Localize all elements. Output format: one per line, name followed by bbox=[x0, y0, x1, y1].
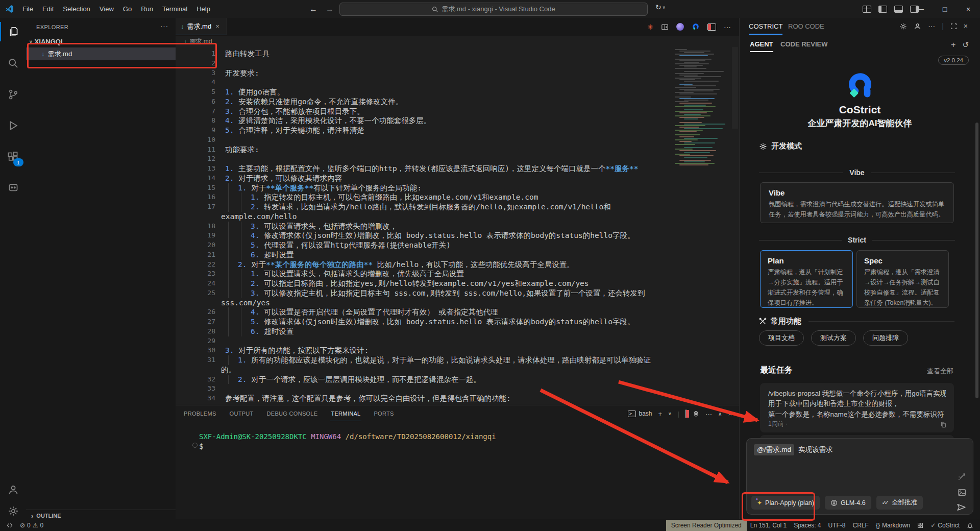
new-terminal-icon[interactable]: + bbox=[658, 410, 663, 418]
split-editor-icon[interactable] bbox=[707, 23, 716, 31]
minimap-bar bbox=[684, 152, 710, 153]
view-all-link[interactable]: 查看全部 bbox=[927, 367, 953, 376]
enhance-prompt-icon[interactable] bbox=[958, 472, 966, 481]
panel-expand-icon[interactable] bbox=[950, 23, 957, 30]
menu-run[interactable]: Run bbox=[136, 4, 158, 14]
panel-tab-problems[interactable]: PROBLEMS bbox=[183, 406, 217, 421]
menu-help[interactable]: Help bbox=[192, 4, 215, 14]
toggle-panel-icon[interactable] bbox=[894, 6, 903, 13]
plan-body: 严肃编程，遵从「计划制定→分步实施」流程。适用于渐进式开发和任务管理，确保项目有… bbox=[768, 268, 845, 308]
line-content: 6. 超时设置 bbox=[251, 250, 739, 260]
terminal-panel: PROBLEMSOUTPUTDEBUG CONSOLETERMINALPORTS… bbox=[176, 405, 739, 519]
line-content: 4. 修改请求体(仅json时生效)增删改，比如 body.status.hel… bbox=[251, 231, 739, 240]
breadcrumb[interactable]: ↓ 需求.md bbox=[176, 36, 739, 47]
extension-status-icon[interactable] bbox=[914, 519, 927, 531]
costrict-status[interactable]: ✓ CoStrict bbox=[927, 519, 963, 531]
terminal-dropdown-icon[interactable]: ∨ bbox=[668, 411, 672, 416]
minimize-button[interactable]: ─ bbox=[910, 0, 933, 18]
code-editor[interactable]: 1路由转发工具23开发要求:451. 使用go语言。62. 安装依赖只准使用go… bbox=[176, 47, 739, 405]
problems-status[interactable]: ⊘0 ⚠0 bbox=[16, 519, 47, 531]
markdown-file-icon: ↓ bbox=[181, 22, 184, 30]
panel-tab-ports[interactable]: PORTS bbox=[373, 406, 395, 421]
forward-icon[interactable]: → bbox=[326, 5, 334, 14]
subtab-code-review[interactable]: CODE REVIEW bbox=[780, 40, 827, 48]
model-button[interactable]: GLM-4.6 bbox=[825, 496, 871, 510]
pill-1[interactable]: 测试方案 bbox=[811, 330, 856, 346]
copy-icon[interactable] bbox=[940, 421, 947, 428]
markdown-preview-icon[interactable] bbox=[661, 23, 669, 31]
menu-go[interactable]: Go bbox=[118, 4, 136, 14]
panel-tab-terminal[interactable]: TERMINAL bbox=[330, 406, 361, 421]
editor-scrollbar[interactable] bbox=[732, 47, 738, 129]
menu-selection[interactable]: Selection bbox=[58, 4, 94, 14]
panel-settings-icon[interactable] bbox=[899, 22, 907, 30]
close-panel-icon[interactable]: × bbox=[728, 410, 732, 418]
source-control-icon[interactable] bbox=[0, 84, 26, 105]
menu-edit[interactable]: Edit bbox=[38, 4, 58, 14]
plan-card[interactable]: Plan 严肃编程，遵从「计划制定→分步实施」流程。适用于渐进式开发和任务管理，… bbox=[760, 250, 853, 308]
panel-account-icon[interactable] bbox=[914, 22, 921, 30]
tab-roo-code[interactable]: ROO CODE bbox=[788, 22, 824, 30]
customize-layout-icon[interactable] bbox=[863, 6, 871, 13]
terminal-content[interactable]: SXF-Admin@SK-20250928DKTC MINGW64 /d/sof… bbox=[199, 432, 496, 451]
image-icon[interactable] bbox=[958, 488, 966, 497]
maximize-button[interactable]: □ bbox=[933, 0, 957, 18]
menu-view[interactable]: View bbox=[95, 4, 118, 14]
menu-terminal[interactable]: Terminal bbox=[158, 4, 192, 14]
panel-tab-output[interactable]: OUTPUT bbox=[229, 406, 255, 421]
tab-requirements-md[interactable]: ↓ 需求.md × bbox=[176, 18, 227, 35]
command-center-search[interactable]: 需求.md - xiangqi - Visual Studio Code bbox=[339, 3, 648, 16]
history-icon[interactable]: ↺ bbox=[962, 40, 969, 50]
panel-tab-debug-console[interactable]: DEBUG CONSOLE bbox=[266, 406, 319, 421]
pill-0[interactable]: 项目文档 bbox=[759, 330, 804, 346]
menu-file[interactable]: File bbox=[18, 4, 38, 14]
minimap-bar bbox=[679, 164, 708, 165]
encoding-status[interactable]: UTF-8 bbox=[825, 519, 849, 531]
notifications-bell-icon[interactable] bbox=[963, 519, 977, 531]
split-terminal-icon[interactable] bbox=[685, 410, 687, 418]
kill-terminal-icon[interactable] bbox=[693, 410, 699, 417]
close-window-button[interactable]: × bbox=[957, 0, 980, 18]
cursor-position-status[interactable]: Ln 151, Col 1 bbox=[747, 519, 790, 531]
back-icon[interactable]: ← bbox=[309, 5, 317, 14]
panel-more-icon[interactable]: ··· bbox=[928, 22, 935, 30]
search-icon[interactable] bbox=[0, 53, 26, 74]
sync-icon[interactable]: ↻∨ bbox=[655, 3, 666, 11]
eol-status[interactable]: CRLF bbox=[849, 519, 872, 531]
new-task-icon[interactable]: + bbox=[951, 40, 955, 50]
costrict-extension-icon[interactable] bbox=[692, 23, 700, 31]
language-status[interactable]: {} Markdown bbox=[872, 519, 914, 531]
panel-scrollbar[interactable] bbox=[975, 123, 978, 398]
remote-indicator[interactable] bbox=[3, 519, 16, 531]
minimap[interactable] bbox=[673, 49, 731, 223]
account-icon[interactable] bbox=[0, 479, 26, 500]
line-content: 的。 bbox=[221, 365, 739, 375]
spec-card[interactable]: Spec 严肃编程，遵从「需求澄清→设计→任务拆解→测试自校验自修复」流程。适配… bbox=[856, 250, 949, 308]
minimap-bar bbox=[675, 134, 700, 135]
screen-reader-status[interactable]: Screen Reader Optimized bbox=[666, 520, 747, 531]
subtab-agent[interactable]: AGENT bbox=[750, 40, 773, 52]
run-debug-icon[interactable] bbox=[0, 115, 26, 136]
vibe-card[interactable]: Vibe 氛围编程，需求澄清与代码生成交替进行。适配快速开发或简单任务，若使用者… bbox=[760, 182, 954, 223]
panel-close-icon[interactable]: × bbox=[964, 22, 968, 30]
line-content: 4. 可以设置是否开启代理（全局设置了代理时才有效） 或者指定其他代理 bbox=[251, 307, 739, 317]
send-icon[interactable] bbox=[957, 503, 966, 512]
explorer-icon[interactable] bbox=[0, 21, 26, 42]
explorer-more-icon[interactable]: ··· bbox=[160, 22, 168, 30]
toggle-sidebar-icon[interactable] bbox=[878, 6, 887, 13]
more-actions-icon[interactable]: ··· bbox=[724, 23, 731, 31]
tab-costrict[interactable]: COSTRICT bbox=[749, 22, 782, 35]
tab-close-icon[interactable]: × bbox=[215, 22, 219, 30]
terminal-profile[interactable]: >_ bash bbox=[628, 410, 652, 417]
extensions-icon[interactable]: 1 bbox=[0, 146, 26, 167]
file-mention-chip[interactable]: @/需求.md bbox=[754, 444, 794, 455]
pill-2[interactable]: 问题排障 bbox=[863, 330, 908, 346]
roo-code-icon[interactable] bbox=[0, 177, 26, 199]
indentation-status[interactable]: Spaces: 4 bbox=[790, 519, 824, 531]
approve-all-button[interactable]: ✓✓ 全部批准 bbox=[876, 496, 923, 510]
comate-extension-icon[interactable] bbox=[676, 23, 684, 31]
recent-task-card[interactable]: /vibeplus-propsal 我想做一个命令行小程序，用go语言实现，用于… bbox=[760, 383, 954, 432]
starburst-extension-icon[interactable]: ✳ bbox=[647, 23, 653, 31]
more-actions-icon[interactable]: ··· bbox=[705, 410, 712, 418]
maximize-panel-icon[interactable]: ∧ bbox=[718, 411, 722, 417]
